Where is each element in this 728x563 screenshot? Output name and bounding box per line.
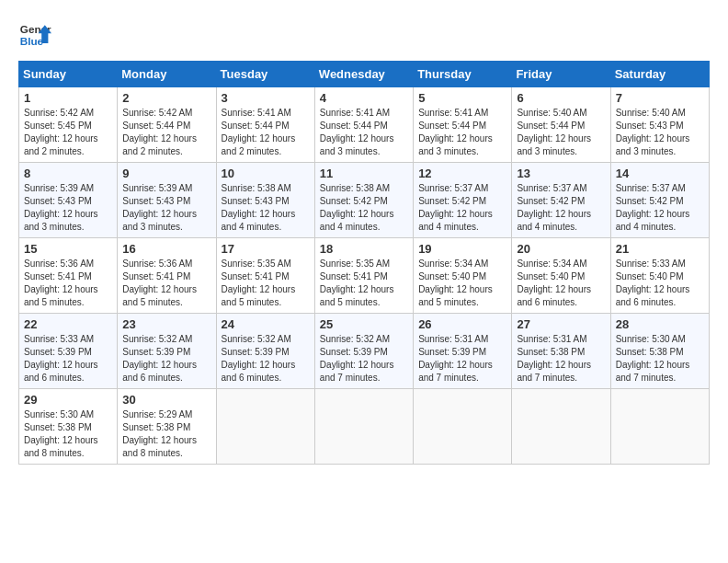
sunset-text: Sunset: 5:40 PM <box>616 271 684 282</box>
daylight-text: Daylight: 12 hours and 5 minutes. <box>320 284 394 307</box>
sunset-text: Sunset: 5:39 PM <box>222 347 290 357</box>
calendar-cell: 15 Sunrise: 5:36 AM Sunset: 5:41 PM Dayl… <box>19 238 118 314</box>
daylight-text: Daylight: 12 hours and 5 minutes. <box>24 284 98 307</box>
sunrise-text: Sunrise: 5:38 AM <box>222 183 291 193</box>
day-number: 3 <box>222 91 310 105</box>
daylight-text: Daylight: 12 hours and 2 minutes. <box>122 133 197 156</box>
sunset-text: Sunset: 5:42 PM <box>616 196 684 206</box>
sunset-text: Sunset: 5:39 PM <box>320 347 388 357</box>
sunrise-text: Sunrise: 5:37 AM <box>517 183 586 193</box>
sunset-text: Sunset: 5:39 PM <box>418 347 486 357</box>
sunset-text: Sunset: 5:38 PM <box>24 422 92 432</box>
calendar-cell: 29 Sunrise: 5:30 AM Sunset: 5:38 PM Dayl… <box>19 389 118 465</box>
sunrise-text: Sunrise: 5:32 AM <box>122 334 192 344</box>
sunrise-text: Sunrise: 5:39 AM <box>24 183 94 193</box>
day-number: 30 <box>122 393 210 407</box>
day-number: 22 <box>24 317 112 331</box>
cell-content: Sunrise: 5:42 AM Sunset: 5:45 PM Dayligh… <box>24 107 112 158</box>
sunrise-text: Sunrise: 5:30 AM <box>24 409 94 419</box>
daylight-text: Daylight: 12 hours and 3 minutes. <box>517 133 591 156</box>
cell-content: Sunrise: 5:30 AM Sunset: 5:38 PM Dayligh… <box>616 333 704 385</box>
daylight-text: Daylight: 12 hours and 6 minutes. <box>24 360 98 383</box>
sunrise-text: Sunrise: 5:37 AM <box>616 183 686 193</box>
cell-content: Sunrise: 5:32 AM Sunset: 5:39 PM Dayligh… <box>222 333 310 385</box>
day-number: 4 <box>320 91 408 105</box>
cell-content: Sunrise: 5:39 AM Sunset: 5:43 PM Dayligh… <box>122 182 210 234</box>
cell-content: Sunrise: 5:39 AM Sunset: 5:43 PM Dayligh… <box>24 182 112 234</box>
cell-content: Sunrise: 5:41 AM Sunset: 5:44 PM Dayligh… <box>418 107 506 158</box>
cell-content: Sunrise: 5:36 AM Sunset: 5:41 PM Dayligh… <box>24 258 112 309</box>
cell-content: Sunrise: 5:29 AM Sunset: 5:38 PM Dayligh… <box>122 408 210 460</box>
sunset-text: Sunset: 5:44 PM <box>517 121 585 131</box>
calendar-cell: 23 Sunrise: 5:32 AM Sunset: 5:39 PM Dayl… <box>118 314 216 389</box>
day-number: 21 <box>616 242 704 256</box>
daylight-text: Daylight: 12 hours and 3 minutes. <box>418 133 493 156</box>
calendar-cell: 18 Sunrise: 5:35 AM Sunset: 5:41 PM Dayl… <box>314 238 413 314</box>
weekday-header-cell: Thursday <box>414 62 512 87</box>
calendar-cell: 6 Sunrise: 5:40 AM Sunset: 5:44 PM Dayli… <box>512 87 610 163</box>
sunrise-text: Sunrise: 5:37 AM <box>418 183 488 193</box>
calendar-week-row: 8 Sunrise: 5:39 AM Sunset: 5:43 PM Dayli… <box>19 163 710 238</box>
sunset-text: Sunset: 5:45 PM <box>24 121 92 131</box>
weekday-header-cell: Saturday <box>610 62 709 87</box>
cell-content: Sunrise: 5:31 AM Sunset: 5:38 PM Dayligh… <box>517 333 605 385</box>
calendar-cell: 21 Sunrise: 5:33 AM Sunset: 5:40 PM Dayl… <box>610 238 709 314</box>
sunrise-text: Sunrise: 5:29 AM <box>122 409 192 419</box>
sunrise-text: Sunrise: 5:42 AM <box>122 108 192 118</box>
sunrise-text: Sunrise: 5:42 AM <box>24 108 94 118</box>
calendar-cell: 10 Sunrise: 5:38 AM Sunset: 5:43 PM Dayl… <box>216 163 314 238</box>
calendar-cell: 3 Sunrise: 5:41 AM Sunset: 5:44 PM Dayli… <box>216 87 314 163</box>
day-number: 20 <box>517 242 605 256</box>
cell-content: Sunrise: 5:38 AM Sunset: 5:42 PM Dayligh… <box>320 182 408 234</box>
calendar-cell: 24 Sunrise: 5:32 AM Sunset: 5:39 PM Dayl… <box>216 314 314 389</box>
calendar-cell <box>512 389 610 465</box>
sunset-text: Sunset: 5:42 PM <box>517 196 585 206</box>
sunset-text: Sunset: 5:38 PM <box>616 347 684 357</box>
sunset-text: Sunset: 5:38 PM <box>517 347 585 357</box>
sunrise-text: Sunrise: 5:33 AM <box>616 259 686 269</box>
sunset-text: Sunset: 5:44 PM <box>418 121 486 131</box>
calendar-cell: 11 Sunrise: 5:38 AM Sunset: 5:42 PM Dayl… <box>314 163 413 238</box>
sunrise-text: Sunrise: 5:41 AM <box>222 108 291 118</box>
daylight-text: Daylight: 12 hours and 3 minutes. <box>320 133 394 156</box>
daylight-text: Daylight: 12 hours and 6 minutes. <box>517 284 591 307</box>
sunrise-text: Sunrise: 5:35 AM <box>222 259 291 269</box>
sunrise-text: Sunrise: 5:35 AM <box>320 259 390 269</box>
sunset-text: Sunset: 5:41 PM <box>320 271 388 282</box>
sunset-text: Sunset: 5:43 PM <box>24 196 92 206</box>
day-number: 27 <box>517 317 605 331</box>
cell-content: Sunrise: 5:33 AM Sunset: 5:39 PM Dayligh… <box>24 333 112 385</box>
logo: General Blue <box>18 18 51 52</box>
weekday-header-cell: Monday <box>118 62 216 87</box>
daylight-text: Daylight: 12 hours and 7 minutes. <box>517 360 591 383</box>
calendar-cell: 12 Sunrise: 5:37 AM Sunset: 5:42 PM Dayl… <box>414 163 512 238</box>
calendar-cell: 1 Sunrise: 5:42 AM Sunset: 5:45 PM Dayli… <box>19 87 118 163</box>
daylight-text: Daylight: 12 hours and 7 minutes. <box>320 360 394 383</box>
daylight-text: Daylight: 12 hours and 2 minutes. <box>24 133 98 156</box>
day-number: 18 <box>320 242 408 256</box>
daylight-text: Daylight: 12 hours and 4 minutes. <box>320 209 394 232</box>
cell-content: Sunrise: 5:37 AM Sunset: 5:42 PM Dayligh… <box>517 182 605 234</box>
calendar-cell <box>216 389 314 465</box>
calendar-cell: 28 Sunrise: 5:30 AM Sunset: 5:38 PM Dayl… <box>610 314 709 389</box>
day-number: 28 <box>616 317 704 331</box>
day-number: 19 <box>418 242 506 256</box>
calendar-cell: 9 Sunrise: 5:39 AM Sunset: 5:43 PM Dayli… <box>118 163 216 238</box>
day-number: 11 <box>320 167 408 180</box>
calendar-week-row: 29 Sunrise: 5:30 AM Sunset: 5:38 PM Dayl… <box>19 389 710 465</box>
weekday-header-cell: Tuesday <box>216 62 314 87</box>
daylight-text: Daylight: 12 hours and 3 minutes. <box>24 209 98 232</box>
cell-content: Sunrise: 5:34 AM Sunset: 5:40 PM Dayligh… <box>418 258 506 309</box>
sunrise-text: Sunrise: 5:33 AM <box>24 334 94 344</box>
sunrise-text: Sunrise: 5:36 AM <box>122 259 192 269</box>
daylight-text: Daylight: 12 hours and 4 minutes. <box>517 209 591 232</box>
daylight-text: Daylight: 12 hours and 5 minutes. <box>122 284 197 307</box>
calendar-cell: 20 Sunrise: 5:34 AM Sunset: 5:40 PM Dayl… <box>512 238 610 314</box>
cell-content: Sunrise: 5:32 AM Sunset: 5:39 PM Dayligh… <box>122 333 210 385</box>
sunset-text: Sunset: 5:38 PM <box>122 422 190 432</box>
sunset-text: Sunset: 5:40 PM <box>517 271 585 282</box>
cell-content: Sunrise: 5:32 AM Sunset: 5:39 PM Dayligh… <box>320 333 408 385</box>
daylight-text: Daylight: 12 hours and 3 minutes. <box>122 209 197 232</box>
day-number: 10 <box>222 167 310 180</box>
sunset-text: Sunset: 5:43 PM <box>616 121 684 131</box>
